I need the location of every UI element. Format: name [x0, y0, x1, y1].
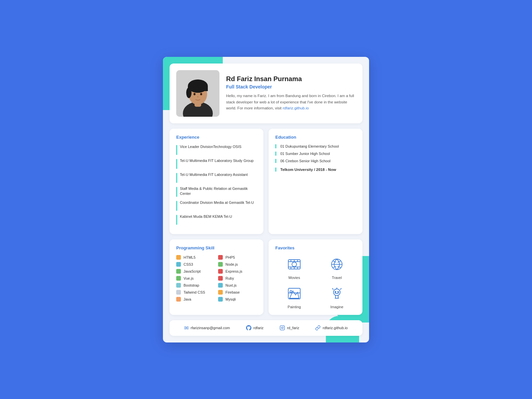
skills-card: Programming Skill HTML5PHP5CSS3Node.jsJa…	[170, 239, 263, 315]
instagram-icon	[280, 325, 285, 331]
education-title: Education	[275, 135, 356, 140]
exp-text: Staff Media & Public Relation at Gemasti…	[180, 186, 257, 197]
job-title: Full Stack Developer	[226, 84, 356, 89]
skills-title: Programming Skill	[176, 245, 257, 250]
svg-point-7	[194, 93, 196, 95]
favorite-movies: Movies	[275, 255, 313, 280]
skill-name: Firebase	[225, 290, 240, 294]
skill-name: CSS3	[184, 262, 193, 266]
instagram-contact: rd_fariz	[280, 325, 299, 331]
exp-text: Tel-U Multimedia FIT Laboratory Assistan…	[180, 172, 248, 177]
svg-point-23	[335, 291, 336, 292]
skill-dot	[176, 269, 181, 274]
skill-item: Ruby	[218, 276, 257, 281]
instagram-text: rd_fariz	[287, 326, 299, 330]
skill-name: Mysqli	[225, 297, 236, 301]
email-text: rfarizinsanp@gmail.com	[191, 326, 230, 330]
skill-item: Firebase	[218, 290, 257, 295]
skill-name: Ruby	[225, 276, 234, 280]
experience-item: Coordinator Division Media at Gemastik T…	[176, 200, 257, 211]
skill-dot	[176, 262, 181, 267]
svg-rect-25	[280, 326, 285, 330]
education-list: 01 Dukupuntang Elementary School01 Sumbe…	[275, 144, 356, 172]
education-card: Education 01 Dukupuntang Elementary Scho…	[269, 129, 362, 234]
education-item: 06 Cirebon Senior High School	[275, 159, 356, 163]
movies-icon	[285, 255, 304, 274]
skill-dot	[176, 297, 181, 302]
exp-text: Kabinet Muda BEM KEMA Tel-U	[180, 214, 232, 219]
skill-item: HTML5	[176, 255, 215, 260]
website-contact: rdfariz.github.io	[315, 325, 347, 331]
link-icon	[315, 325, 321, 331]
avatar	[176, 70, 219, 117]
exp-edu-row: Experience Vice Leader DivisionTechnolog…	[170, 129, 362, 234]
fav-label: Movies	[289, 276, 300, 280]
exp-bar	[176, 187, 177, 197]
exp-text: Tel-U Multimedia FIT Laboratory Study Gr…	[180, 158, 254, 163]
exp-bar	[176, 159, 177, 169]
exp-bar	[176, 173, 177, 183]
experience-item: Vice Leader DivisionTechnology OSIS	[176, 144, 257, 155]
skill-name: Express.js	[225, 269, 242, 273]
svg-point-22	[333, 289, 340, 296]
skill-name: PHP5	[225, 255, 235, 259]
experience-item: Tel-U Multimedia FIT Laboratory Study Gr…	[176, 158, 257, 169]
skill-item: Java	[176, 297, 215, 302]
imagine-icon	[328, 284, 346, 303]
skill-dot	[176, 276, 181, 281]
website-footer-text: rdfariz.github.io	[323, 326, 347, 330]
skill-name: Bootstrap	[184, 283, 199, 287]
svg-point-9	[197, 96, 199, 97]
skill-dot	[218, 276, 223, 281]
skill-name: HTML5	[184, 255, 196, 259]
skill-name: Tailwind CSS	[184, 290, 205, 294]
skill-item: Express.js	[218, 269, 257, 274]
skill-name: Vue.js	[184, 276, 194, 280]
header-card: Rd Fariz Insan Purnama Full Stack Develo…	[170, 64, 362, 123]
skill-item: Vue.js	[176, 276, 215, 281]
favorites-card: Favorites Movies Travel	[269, 239, 362, 315]
resume-page: Rd Fariz Insan Purnama Full Stack Develo…	[163, 57, 369, 342]
experience-item: Staff Media & Public Relation at Gemasti…	[176, 186, 257, 197]
fav-label: Travel	[332, 276, 342, 280]
skill-item: Bootstrap	[176, 283, 215, 288]
skill-item: CSS3	[176, 262, 215, 267]
github-text: rdfariz	[253, 326, 264, 330]
favorite-imagine: Imagine	[318, 284, 356, 309]
education-item: 01 Dukupuntang Elementary School	[275, 144, 356, 148]
email-contact: ✉ rfarizinsanp@gmail.com	[184, 325, 230, 331]
svg-point-6	[186, 87, 192, 98]
skill-dot	[218, 297, 223, 302]
experience-item: Kabinet Muda BEM KEMA Tel-U	[176, 214, 257, 225]
skill-item: Nuxt.js	[218, 283, 257, 288]
email-icon: ✉	[184, 325, 189, 331]
skill-name: Nuxt.js	[225, 283, 237, 287]
travel-icon	[328, 255, 346, 274]
experience-list: Vice Leader DivisionTechnology OSISTel-U…	[176, 144, 257, 225]
svg-point-26	[282, 327, 283, 329]
skill-item: Tailwind CSS	[176, 290, 215, 295]
full-name: Rd Fariz Insan Purnama	[226, 75, 356, 83]
favorites-list: Movies Travel Painting Imagine	[275, 255, 356, 309]
header-info: Rd Fariz Insan Purnama Full Stack Develo…	[226, 75, 356, 111]
exp-text: Vice Leader DivisionTechnology OSIS	[180, 144, 241, 149]
experience-card: Experience Vice Leader DivisionTechnolog…	[170, 129, 263, 234]
favorite-painting: Painting	[275, 284, 313, 309]
education-highlight: Telkom University / 2018 - Now	[275, 168, 356, 172]
website-link[interactable]: rdfariz.github.io	[283, 106, 309, 110]
skill-name: Java	[184, 297, 191, 301]
skill-item: PHP5	[218, 255, 257, 260]
favorite-travel: Travel	[318, 255, 356, 280]
favorites-title: Favorites	[275, 245, 356, 250]
skill-dot	[218, 269, 223, 274]
bio-text: Hello, my name is Fariz. I am from Bandu…	[226, 93, 356, 111]
skill-dot	[218, 283, 223, 288]
svg-point-11	[292, 262, 297, 267]
experience-title: Experience	[176, 135, 257, 140]
skill-dot	[218, 290, 223, 295]
svg-point-27	[283, 327, 284, 327]
skill-item: Node.js	[218, 262, 257, 267]
github-contact: rdfariz	[246, 325, 264, 331]
education-item: 01 Sumber Junior High School	[275, 152, 356, 156]
skills-fav-row: Programming Skill HTML5PHP5CSS3Node.jsJa…	[170, 239, 362, 315]
